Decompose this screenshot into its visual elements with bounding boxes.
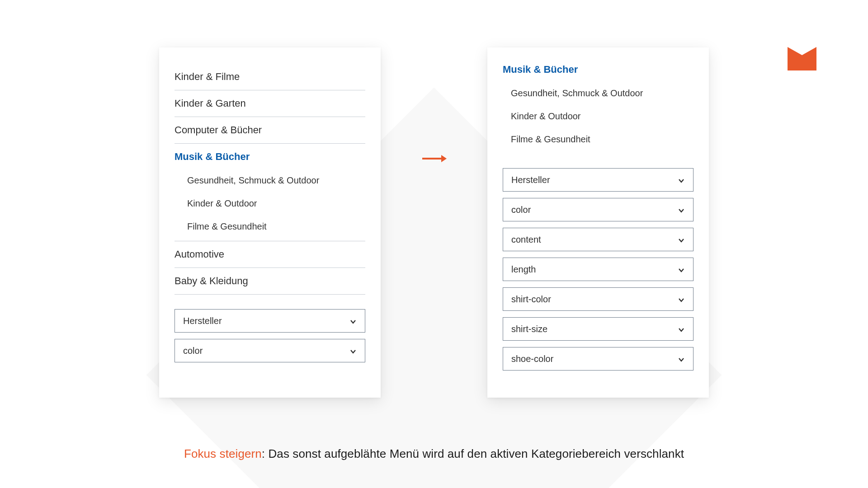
chevron-down-icon [349,317,357,324]
filter-dropdown-hersteller[interactable]: Hersteller [503,168,693,192]
filter-label: shoe-color [511,354,553,364]
caption-rest: : Das sonst aufgeblähte Menü wird auf de… [262,447,684,460]
chevron-down-icon [678,176,685,183]
filter-dropdown-length[interactable]: length [503,258,693,281]
filter-label: color [511,205,531,215]
filter-list: Hersteller color [175,309,365,362]
chevron-down-icon [678,206,685,213]
chevron-down-icon [678,355,685,362]
caption: Fokus steigern: Das sonst aufgeblähte Me… [0,447,868,461]
category-list: Kinder & Filme Kinder & Garten Computer … [175,64,365,295]
subcategory-item[interactable]: Kinder & Outdoor [187,192,365,215]
svg-marker-1 [441,155,447,162]
before-panel: Kinder & Filme Kinder & Garten Computer … [159,47,381,398]
subcategory-item[interactable]: Filme & Gesundheit [511,128,693,151]
chevron-down-icon [678,296,685,303]
filter-dropdown-color[interactable]: color [175,339,365,362]
filter-label: color [183,346,203,356]
subcategory-item[interactable]: Gesundheit, Schmuck & Outdoor [187,169,365,192]
subcategory-list: Gesundheit, Schmuck & Outdoor Kinder & O… [503,79,693,154]
filter-dropdown-color[interactable]: color [503,198,693,221]
category-item[interactable]: Computer & Bücher [175,117,365,144]
category-item[interactable]: Kinder & Garten [175,90,365,117]
filter-label: Hersteller [511,175,550,185]
category-item-active[interactable]: Musik & Bücher [175,144,365,166]
subcategory-item[interactable]: Gesundheit, Schmuck & Outdoor [511,82,693,105]
filter-dropdown-shoe-color[interactable]: shoe-color [503,347,693,371]
filter-dropdown-shirt-size[interactable]: shirt-size [503,317,693,341]
filter-dropdown-content[interactable]: content [503,228,693,251]
subcategory-item[interactable]: Kinder & Outdoor [511,105,693,128]
category-heading[interactable]: Musik & Bücher [503,64,693,79]
chevron-down-icon [349,347,357,354]
after-panel: Musik & Bücher Gesundheit, Schmuck & Out… [487,47,709,398]
brand-logo [786,45,818,72]
subcategory-item[interactable]: Filme & Gesundheit [187,215,365,238]
filter-dropdown-hersteller[interactable]: Hersteller [175,309,365,333]
chevron-down-icon [678,236,685,243]
subcategory-list: Gesundheit, Schmuck & Outdoor Kinder & O… [175,166,365,241]
category-item[interactable]: Kinder & Filme [175,64,365,90]
chevron-down-icon [678,325,685,333]
arrow-right-icon [421,154,447,164]
filter-label: length [511,264,536,275]
filter-list: Hersteller color content length shirt-co… [503,168,693,371]
category-item[interactable]: Automotive [175,241,365,268]
category-item[interactable]: Baby & Kleidung [175,268,365,295]
filter-label: shirt-size [511,324,547,334]
chevron-down-icon [678,266,685,273]
filter-label: shirt-color [511,294,551,305]
filter-label: Hersteller [183,316,222,326]
filter-dropdown-shirt-color[interactable]: shirt-color [503,287,693,311]
filter-label: content [511,235,541,245]
caption-lead: Fokus steigern [184,447,262,460]
